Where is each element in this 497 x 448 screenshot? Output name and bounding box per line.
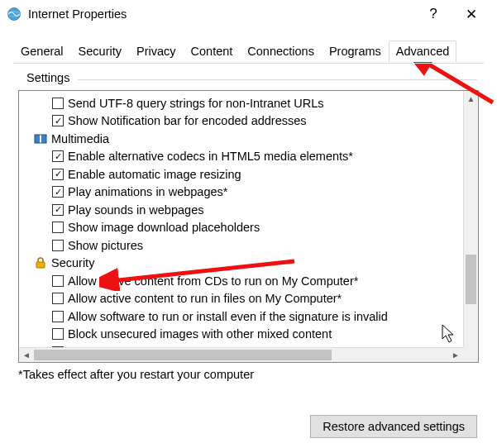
tab-general[interactable]: General	[13, 41, 71, 62]
scroll-thumb-horizontal[interactable]	[34, 350, 332, 360]
help-button[interactable]: ?	[414, 6, 452, 22]
category-multimedia: Multimedia	[34, 130, 463, 148]
setting-item[interactable]: Show Notification bar for encoded addres…	[34, 112, 463, 131]
setting-item[interactable]: Enable automatic image resizing	[34, 165, 463, 183]
checkbox[interactable]	[52, 293, 64, 304]
checkbox[interactable]	[52, 98, 64, 109]
setting-item[interactable]: Send UTF-8 query strings for non-Intrane…	[34, 94, 463, 112]
svg-rect-2	[35, 135, 40, 143]
tab-advanced[interactable]: Advanced	[389, 41, 457, 62]
checkbox[interactable]	[52, 150, 64, 162]
checkbox[interactable]	[52, 311, 64, 322]
scroll-thumb-vertical[interactable]	[466, 255, 476, 304]
settings-listbox[interactable]: Send UTF-8 query strings for non-Intrane…	[18, 90, 479, 363]
vertical-scrollbar[interactable]: ▲ ▼	[463, 91, 478, 362]
title-bar: Internet Properties ? ✕	[0, 0, 497, 28]
globe-icon	[7, 7, 22, 21]
checkbox[interactable]	[52, 240, 64, 251]
setting-label: Block unsecured images with other mixed …	[68, 327, 332, 341]
scroll-corner	[463, 347, 478, 362]
checkbox[interactable]	[52, 204, 64, 216]
setting-item[interactable]: Play sounds in webpages	[34, 201, 463, 219]
setting-label: Play animations in webpages*	[68, 185, 227, 198]
setting-label: Show pictures	[68, 239, 143, 252]
tab-programs[interactable]: Programs	[322, 41, 389, 62]
setting-label: Allow active content to run in files on …	[68, 292, 342, 305]
setting-item[interactable]: Show pictures	[34, 236, 463, 255]
setting-item[interactable]: Allow active content from CDs to run on …	[34, 272, 463, 290]
tab-connections[interactable]: Connections	[240, 41, 322, 62]
setting-label: Allow active content from CDs to run on …	[68, 274, 358, 288]
tab-content[interactable]: Content	[184, 41, 241, 62]
group-label: Settings	[23, 71, 73, 84]
tab-security[interactable]: Security	[71, 41, 129, 62]
setting-label: Show image download placeholders	[68, 221, 260, 234]
setting-item[interactable]: Block unsecured images with other mixed …	[34, 326, 463, 344]
setting-item[interactable]: Play animations in webpages*	[34, 183, 463, 202]
checkbox[interactable]	[52, 222, 64, 233]
scroll-right-icon[interactable]: ►	[448, 350, 463, 360]
restore-advanced-settings-button[interactable]: Restore advanced settings	[310, 415, 477, 438]
scroll-up-icon[interactable]: ▲	[464, 91, 478, 106]
checkbox[interactable]	[52, 115, 64, 126]
category-security: Security	[34, 255, 463, 273]
setting-label: Play sounds in webpages	[68, 203, 203, 217]
tab-privacy[interactable]: Privacy	[129, 41, 184, 62]
setting-label: Enable alternative codecs in HTML5 media…	[68, 150, 353, 163]
horizontal-scrollbar[interactable]: ◄ ►	[19, 347, 463, 362]
window-title: Internet Properties	[28, 7, 127, 21]
close-button[interactable]: ✕	[452, 6, 490, 23]
security-icon	[34, 256, 47, 269]
setting-label: Show Notification bar for encoded addres…	[68, 114, 307, 127]
checkbox[interactable]	[52, 275, 64, 287]
setting-label: Enable automatic image resizing	[68, 168, 241, 181]
setting-item[interactable]: Show image download placeholders	[34, 219, 463, 237]
setting-item[interactable]: Allow software to run or install even if…	[34, 307, 463, 326]
footnote: *Takes effect after you restart your com…	[18, 368, 479, 381]
multimedia-icon	[34, 132, 47, 145]
category-label: Multimedia	[51, 132, 109, 145]
svg-rect-3	[41, 135, 46, 143]
tab-strip: General Security Privacy Content Connect…	[0, 28, 497, 61]
setting-label: Send UTF-8 query strings for non-Intrane…	[68, 97, 323, 110]
checkbox[interactable]	[52, 169, 64, 180]
setting-label: Allow software to run or install even if…	[68, 310, 388, 323]
category-label: Security	[51, 256, 94, 269]
settings-group: Settings Send UTF-8 query strings for no…	[18, 79, 479, 381]
scroll-left-icon[interactable]: ◄	[19, 350, 34, 360]
checkbox[interactable]	[52, 328, 64, 340]
checkbox[interactable]	[52, 186, 64, 198]
svg-rect-5	[36, 262, 45, 268]
setting-item[interactable]: Enable alternative codecs in HTML5 media…	[34, 148, 463, 166]
setting-item[interactable]: Allow active content to run in files on …	[34, 290, 463, 308]
